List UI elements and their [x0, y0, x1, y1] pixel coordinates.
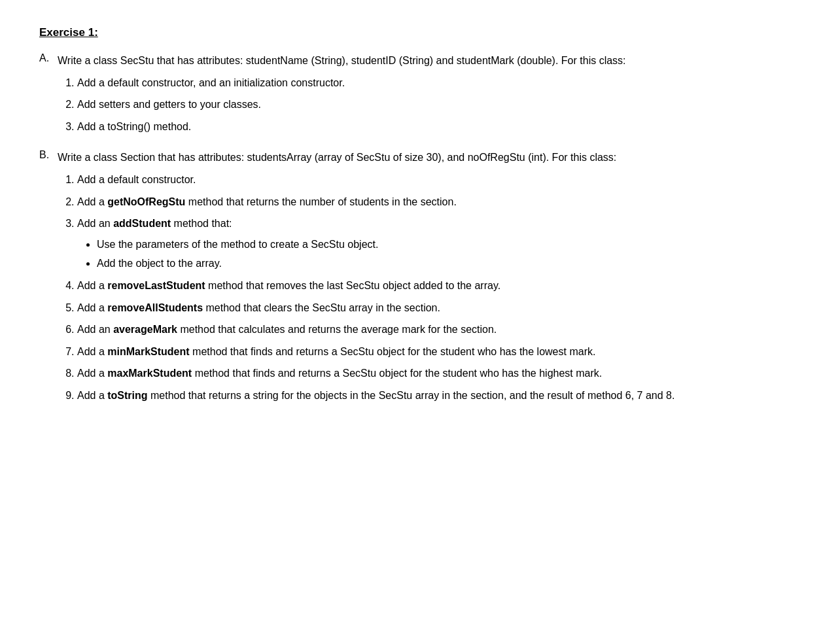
section-a-intro: Write a class SecStu that has attributes… [58, 52, 801, 69]
bold-text: addStudent [113, 218, 171, 229]
list-item: Add a getNoOfRegStu method that returns … [77, 194, 801, 211]
section-a-body: Write a class SecStu that has attributes… [58, 52, 801, 140]
list-item: Add a removeLastStudent method that remo… [77, 277, 801, 294]
exercise-title: Exercise 1: [39, 26, 801, 39]
bold-text: averageMark [113, 324, 177, 335]
list-item: Add the object to the array. [97, 255, 801, 272]
section-a-label: A. [39, 52, 58, 140]
bold-text: removeAllStudents [107, 302, 203, 313]
list-item: Add an averageMark method that calculate… [77, 321, 801, 338]
list-item: Add an addStudent method that: Use the p… [77, 215, 801, 272]
section-b: B. Write a class Section that has attrib… [39, 149, 801, 409]
list-item: Add setters and getters to your classes. [77, 96, 801, 113]
bold-text: toString [107, 390, 147, 401]
sub-list: Use the parameters of the method to crea… [97, 236, 801, 272]
bold-text: removeLastStudent [107, 280, 205, 291]
list-item: Add a maxMarkStudent method that finds a… [77, 365, 801, 382]
list-item: Add a toString method that returns a str… [77, 387, 801, 404]
bold-text: getNoOfRegStu [107, 196, 185, 207]
section-b-label: B. [39, 149, 58, 409]
bold-text: maxMarkStudent [107, 368, 192, 379]
list-item: Add a minMarkStudent method that finds a… [77, 343, 801, 360]
list-item: Use the parameters of the method to crea… [97, 236, 801, 253]
list-item: Add a default constructor. [77, 171, 801, 188]
section-a-list: Add a default constructor, and an initia… [77, 75, 801, 135]
section-b-body: Write a class Section that has attribute… [58, 149, 801, 409]
section-a: A. Write a class SecStu that has attribu… [39, 52, 801, 140]
list-item: Add a removeAllStudents method that clea… [77, 300, 801, 317]
list-item: Add a default constructor, and an initia… [77, 75, 801, 92]
list-item: Add a toString() method. [77, 118, 801, 135]
section-b-intro: Write a class Section that has attribute… [58, 149, 801, 166]
bold-text: minMarkStudent [107, 346, 189, 357]
exercise-container: Exercise 1: A. Write a class SecStu that… [39, 26, 801, 409]
section-b-list: Add a default constructor. Add a getNoOf… [77, 171, 801, 404]
